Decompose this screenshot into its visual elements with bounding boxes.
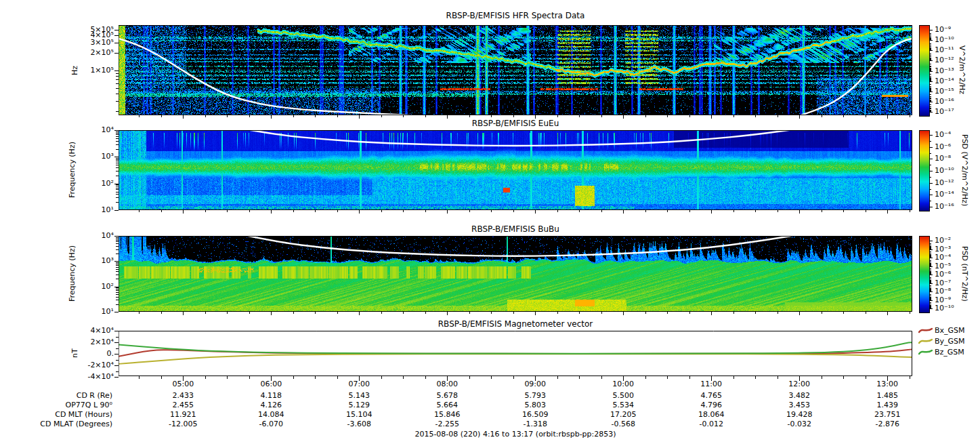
- bubu-spectrogram-plot: [119, 236, 912, 312]
- x-tick-label: 11:00: [691, 380, 731, 388]
- y-minor-tick: [116, 197, 119, 198]
- x-minor-tick: [513, 312, 514, 314]
- table-cell: -3.608: [335, 420, 383, 428]
- y-tick-label: 2×10⁴: [64, 338, 114, 346]
- figure-caption: 2015-08-08 (220) 4:16 to 13:17 (orbit:rb…: [119, 430, 912, 439]
- x-minor-tick: [910, 210, 910, 212]
- colorbar-minor-tick: [929, 81, 931, 81]
- colorbar-major-tick: [929, 135, 933, 136]
- colorbar-minor-tick: [929, 294, 931, 295]
- x-minor-tick: [227, 210, 228, 212]
- x-minor-tick: [733, 376, 734, 379]
- x-major-tick: [271, 115, 272, 119]
- x-minor-tick: [315, 210, 316, 212]
- colorbar-major-tick: [929, 30, 933, 31]
- colorbar-minor-tick: [929, 285, 931, 286]
- colorbar-tick-label: 10⁻⁵: [935, 262, 951, 270]
- y-minor-tick: [116, 141, 119, 142]
- colorbar-minor-tick: [929, 66, 931, 66]
- colorbar-minor-tick: [929, 302, 931, 303]
- colorbar-minor-tick: [929, 35, 931, 35]
- y-minor-tick: [116, 290, 119, 291]
- x-minor-tick: [557, 312, 558, 314]
- colorbar-major-tick: [929, 147, 933, 148]
- y-minor-tick: [116, 269, 119, 270]
- table-cell: 4.126: [247, 401, 295, 409]
- colorbar-minor-tick: [929, 33, 931, 34]
- y-minor-tick: [116, 101, 119, 102]
- x-major-tick: [623, 312, 624, 315]
- colorbar-minor-tick: [929, 274, 931, 275]
- x-minor-tick: [910, 115, 910, 117]
- colorbar-euEu: [919, 130, 930, 211]
- x-major-tick: [359, 312, 360, 315]
- colorbar-tick-label: 10⁻²: [935, 236, 951, 245]
- panel-title-mag: RBSP-B/EMFISIS Magnetometer vector: [119, 319, 912, 329]
- x-tick-label: 08:00: [427, 380, 467, 388]
- colorbar-minor-tick: [929, 300, 931, 300]
- colorbar-minor-tick: [929, 201, 931, 201]
- colorbar-minor-tick: [929, 283, 931, 283]
- y-minor-tick: [116, 88, 119, 89]
- table-cell: -0.012: [687, 420, 735, 428]
- y-minor-tick: [116, 94, 119, 94]
- colorbar-minor-tick: [929, 189, 931, 190]
- colorbar-tick-label: 10⁻¹⁵: [935, 87, 954, 96]
- y-major-tick: [114, 210, 119, 211]
- x-minor-tick: [205, 210, 206, 212]
- table-cell: 16.509: [511, 410, 559, 419]
- colorbar-minor-tick: [929, 257, 931, 258]
- colorbar-minor-tick: [929, 153, 931, 154]
- x-minor-tick: [161, 210, 162, 212]
- x-minor-tick: [822, 115, 822, 117]
- x-major-tick: [799, 115, 800, 119]
- y-tick-label: -4×10⁴: [64, 372, 114, 381]
- y-minor-tick: [116, 167, 119, 168]
- x-major-tick: [535, 115, 536, 119]
- colorbar-minor-tick: [929, 266, 931, 266]
- table-cell: 5.803: [511, 401, 559, 409]
- x-minor-tick: [381, 115, 382, 117]
- table-cell: 5.664: [423, 401, 471, 409]
- colorbar-tick-label: 10⁻³: [935, 245, 951, 254]
- colorbar-tick-label: 10⁻¹³: [935, 66, 954, 75]
- y-tick-label: 2×10⁵: [64, 48, 114, 57]
- x-minor-tick: [513, 115, 514, 117]
- x-minor-tick: [822, 376, 822, 379]
- y-minor-tick: [116, 186, 119, 186]
- y-minor-tick: [116, 134, 119, 135]
- x-minor-tick: [557, 210, 558, 212]
- y-axis-label-bubu: Frequency (Hz): [68, 236, 77, 312]
- y-minor-tick: [116, 192, 119, 192]
- x-minor-tick: [161, 376, 162, 379]
- colorbar-tick-label: 10⁻¹⁶: [935, 97, 954, 106]
- x-minor-tick: [579, 115, 580, 117]
- y-tick-label: 10²: [64, 179, 114, 188]
- y-minor-tick: [116, 243, 119, 244]
- y-major-tick: [114, 30, 119, 31]
- table-cell: 1.485: [864, 391, 911, 400]
- y-minor-tick: [116, 294, 119, 295]
- x-minor-tick: [381, 376, 382, 379]
- colorbar-label-bubu: PSD (nT^2/Hz): [960, 236, 969, 312]
- colorbar-minor-tick: [929, 177, 931, 178]
- legend-item-bx_gsm: Bx_GSM: [918, 325, 965, 336]
- x-major-tick: [271, 312, 272, 315]
- x-minor-tick: [866, 115, 866, 117]
- colorbar-tick-label: 10⁻¹²: [935, 56, 954, 64]
- y-major-tick: [114, 365, 119, 366]
- x-minor-tick: [822, 312, 822, 314]
- y-minor-tick: [116, 371, 119, 372]
- colorbar-tick-label: 10⁻¹⁷: [935, 107, 954, 116]
- colorbar-minor-tick: [929, 308, 931, 308]
- x-minor-tick: [161, 312, 162, 314]
- colorbar-tick-label: 10⁻¹⁰: [935, 304, 954, 312]
- x-tick-label: 10:00: [603, 380, 643, 388]
- y-major-tick: [114, 43, 119, 43]
- table-row-label: CD MLT (Hours): [12, 410, 112, 419]
- colorbar-tick-label: 10⁻⁶: [935, 142, 951, 151]
- y-minor-tick: [116, 131, 119, 132]
- y-minor-tick: [116, 83, 119, 84]
- y-minor-tick: [116, 267, 119, 268]
- colorbar-tick-label: 10⁻¹⁴: [935, 77, 954, 85]
